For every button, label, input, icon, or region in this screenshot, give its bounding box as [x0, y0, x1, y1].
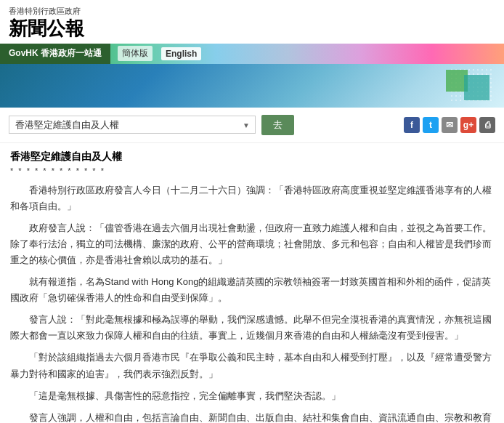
article-selector[interactable]: 香港堅定維護自由及人權	[9, 116, 256, 134]
nav-links: 簡体版 English	[118, 46, 201, 61]
banner-image	[0, 64, 504, 108]
paragraph-6: 「這是毫無根據、具傷害性的惡意指控，完全偏離事實，我們堅決否認。」	[10, 388, 494, 404]
article-divider: * * * * * * * * * * * *	[10, 166, 494, 175]
header-title: 新聞公報	[9, 18, 495, 39]
nav-govhk-link[interactable]: GovHK 香港政府一站通	[0, 44, 110, 64]
article-selector-wrapper: 香港堅定維護自由及人權 ▼	[9, 116, 256, 134]
social-icons: f t ✉ g+ ⎙	[404, 117, 495, 133]
go-button[interactable]: 去	[261, 115, 294, 135]
twitter-icon[interactable]: t	[423, 117, 439, 133]
article-content: 香港堅定維護自由及人權 * * * * * * * * * * * * 香港特別…	[0, 143, 504, 423]
nav-bar: GovHK 香港政府一站通 簡体版 English	[0, 44, 504, 64]
paragraph-5: 「對於該組織指過去六個月香港市民『在爭取公義和民主時，基本自由和人權受到打壓』，…	[10, 350, 494, 382]
email-icon[interactable]: ✉	[442, 117, 458, 133]
nav-english[interactable]: English	[161, 47, 201, 60]
article-title: 香港堅定維護自由及人權	[10, 150, 494, 164]
dropdown-area: 香港堅定維護自由及人權 ▼ 去 f t ✉ g+ ⎙	[0, 108, 504, 143]
banner-teal-square	[464, 75, 489, 100]
article-body: 香港特別行政區政府發言人今日（十二月二十六日）強調：「香港特區政府高度重視並堅定…	[10, 182, 494, 423]
header-subtitle: 香港特別行政區政府	[9, 6, 495, 17]
paragraph-2: 政府發言人說：「儘管香港在過去六個月出現社會動盪，但政府一直致力維護人權和自由，…	[10, 220, 494, 268]
paragraph-7: 發言人強調，人權和自由，包括言論自由、新聞自由、出版自由、結社和集會自由、資訊流…	[10, 410, 494, 423]
nav-simplified[interactable]: 簡体版	[118, 46, 153, 61]
print-icon[interactable]: ⎙	[479, 117, 495, 133]
paragraph-3: 就有報道指，名為Stand with Hong Kong的組織邀請英國的宗教領袖…	[10, 274, 494, 306]
header: 香港特別行政區政府 新聞公報	[0, 0, 504, 44]
googleplus-icon[interactable]: g+	[460, 117, 476, 133]
facebook-icon[interactable]: f	[404, 117, 420, 133]
paragraph-4: 發言人說：「對此毫無根據和極為誤導的舉動，我們深感遺憾。此舉不但完全漠視香港的真…	[10, 312, 494, 344]
paragraph-1: 香港特別行政區政府發言人今日（十二月二十六日）強調：「香港特區政府高度重視並堅定…	[10, 182, 494, 214]
